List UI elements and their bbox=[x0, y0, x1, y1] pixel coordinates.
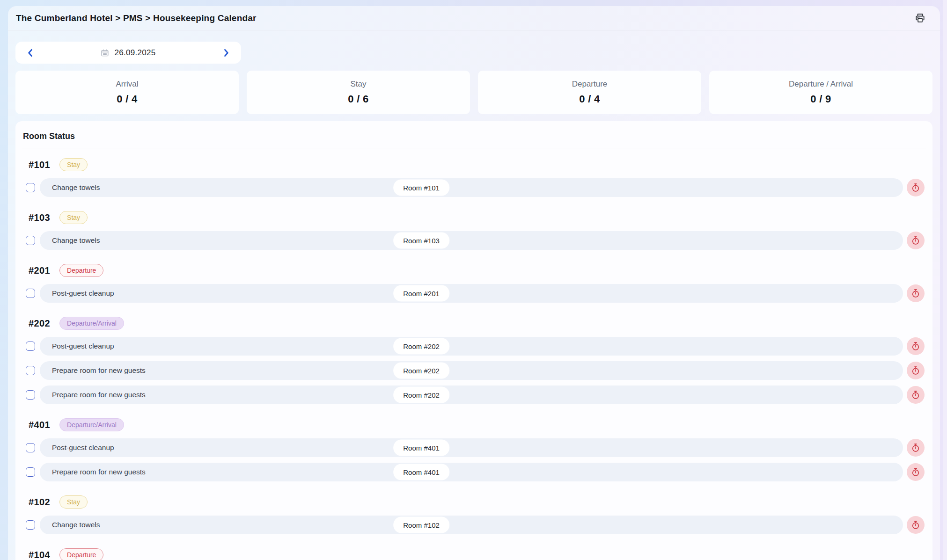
room-number: #101 bbox=[29, 160, 50, 170]
task-checkbox[interactable] bbox=[26, 183, 35, 192]
print-button[interactable] bbox=[912, 11, 928, 26]
room-section: #101StayChange towelsRoom #101 bbox=[15, 158, 932, 197]
room-status-card: Room Status #101StayChange towelsRoom #1… bbox=[15, 121, 932, 560]
timer-button[interactable] bbox=[907, 362, 925, 379]
stat-value: 0 / 9 bbox=[810, 93, 831, 105]
next-day-button[interactable] bbox=[219, 45, 234, 60]
room-pill: Room #202 bbox=[393, 387, 449, 403]
room-pill: Room #102 bbox=[393, 517, 449, 533]
task-row: Prepare room for new guestsRoom #401 bbox=[15, 463, 932, 481]
timer-button[interactable] bbox=[907, 179, 925, 196]
room-status-badge: Stay bbox=[59, 211, 88, 224]
task-label: Prepare room for new guests bbox=[52, 366, 146, 375]
stopwatch-icon bbox=[911, 366, 920, 375]
date-picker[interactable]: 26.09.2025 bbox=[101, 48, 155, 58]
task-bar: Change towelsRoom #103 bbox=[40, 231, 903, 250]
task-row: Post-guest cleanupRoom #201 bbox=[15, 284, 932, 303]
stat-label: Departure / Arrival bbox=[789, 80, 853, 89]
task-checkbox[interactable] bbox=[26, 467, 35, 477]
breadcrumb: The Cumberland Hotel > PMS > Housekeepin… bbox=[16, 13, 257, 23]
room-heading: #102Stay bbox=[29, 495, 932, 509]
task-row: Change towelsRoom #103 bbox=[15, 231, 932, 250]
room-number: #103 bbox=[29, 212, 50, 223]
stopwatch-icon bbox=[911, 236, 920, 245]
room-heading: #202Departure/Arrival bbox=[29, 317, 932, 330]
page-background: The Cumberland Hotel > PMS > Housekeepin… bbox=[0, 0, 947, 560]
chevron-right-icon bbox=[221, 48, 231, 58]
stopwatch-icon bbox=[911, 467, 920, 477]
task-label: Change towels bbox=[52, 183, 100, 192]
task-bar: Post-guest cleanupRoom #202 bbox=[40, 337, 903, 356]
room-pill: Room #202 bbox=[393, 338, 449, 355]
task-bar: Change towelsRoom #101 bbox=[40, 178, 903, 197]
room-status-badge: Stay bbox=[59, 158, 88, 171]
task-label: Post-guest cleanup bbox=[52, 289, 114, 298]
stopwatch-icon bbox=[911, 289, 920, 298]
room-status-title: Room Status bbox=[23, 131, 932, 141]
timer-button[interactable] bbox=[907, 463, 925, 481]
task-checkbox[interactable] bbox=[26, 342, 35, 351]
room-pill: Room #201 bbox=[393, 285, 449, 302]
task-label: Post-guest cleanup bbox=[52, 342, 114, 350]
stat-card-departure-arrival: Departure / Arrival 0 / 9 bbox=[709, 71, 932, 114]
stat-card-arrival: Arrival 0 / 4 bbox=[15, 71, 239, 114]
room-list: #101StayChange towelsRoom #101#103StayCh… bbox=[15, 158, 932, 560]
task-label: Prepare room for new guests bbox=[52, 468, 146, 476]
header-bar: The Cumberland Hotel > PMS > Housekeepin… bbox=[8, 6, 940, 30]
room-section: #103StayChange towelsRoom #103 bbox=[15, 211, 932, 250]
scrollbar-track[interactable] bbox=[943, 0, 947, 560]
task-checkbox[interactable] bbox=[26, 289, 35, 298]
room-status-badge: Departure bbox=[59, 264, 103, 277]
task-checkbox[interactable] bbox=[26, 390, 35, 400]
room-number: #102 bbox=[29, 497, 50, 508]
task-bar: Prepare room for new guestsRoom #202 bbox=[40, 385, 903, 404]
room-status-badge: Departure/Arrival bbox=[59, 418, 124, 431]
task-checkbox[interactable] bbox=[26, 443, 35, 452]
room-pill: Room #401 bbox=[393, 464, 449, 480]
task-row: Post-guest cleanupRoom #401 bbox=[15, 438, 932, 457]
task-checkbox[interactable] bbox=[26, 236, 35, 245]
task-bar: Post-guest cleanupRoom #401 bbox=[40, 438, 903, 457]
task-label: Prepare room for new guests bbox=[52, 391, 146, 399]
task-row: Change towelsRoom #102 bbox=[15, 516, 932, 534]
room-number: #401 bbox=[29, 420, 50, 430]
timer-button[interactable] bbox=[907, 284, 925, 302]
chevron-left-icon bbox=[26, 48, 35, 58]
stat-value: 0 / 6 bbox=[348, 93, 368, 105]
room-number: #104 bbox=[29, 550, 50, 560]
room-heading: #104Departure bbox=[29, 548, 932, 560]
timer-button[interactable] bbox=[907, 232, 925, 249]
timer-button[interactable] bbox=[907, 516, 925, 534]
room-section: #202Departure/ArrivalPost-guest cleanupR… bbox=[15, 317, 932, 404]
date-value: 26.09.2025 bbox=[114, 48, 155, 58]
stopwatch-icon bbox=[911, 443, 920, 452]
room-number: #202 bbox=[29, 318, 50, 329]
date-navigation: 26.09.2025 bbox=[15, 42, 241, 64]
room-pill: Room #101 bbox=[393, 180, 449, 196]
stopwatch-icon bbox=[911, 520, 920, 530]
room-pill: Room #401 bbox=[393, 440, 449, 456]
stat-label: Departure bbox=[572, 80, 608, 89]
task-bar: Prepare room for new guestsRoom #202 bbox=[40, 361, 903, 380]
task-label: Change towels bbox=[52, 236, 100, 245]
timer-button[interactable] bbox=[907, 439, 925, 457]
task-bar: Prepare room for new guestsRoom #401 bbox=[40, 463, 903, 481]
stopwatch-icon bbox=[911, 342, 920, 351]
timer-button[interactable] bbox=[907, 337, 925, 355]
room-section: #201DeparturePost-guest cleanupRoom #201 bbox=[15, 264, 932, 303]
room-heading: #101Stay bbox=[29, 158, 932, 171]
room-pill: Room #103 bbox=[393, 233, 449, 249]
room-section: #102StayChange towelsRoom #102 bbox=[15, 495, 932, 534]
room-heading: #103Stay bbox=[29, 211, 932, 224]
room-status-badge: Stay bbox=[59, 495, 88, 509]
divider bbox=[22, 148, 926, 148]
timer-button[interactable] bbox=[907, 386, 925, 404]
task-bar: Change towelsRoom #102 bbox=[40, 516, 903, 534]
stat-label: Stay bbox=[350, 80, 366, 89]
prev-day-button[interactable] bbox=[23, 45, 38, 60]
stopwatch-icon bbox=[911, 390, 920, 400]
task-row: Prepare room for new guestsRoom #202 bbox=[15, 361, 932, 380]
task-row: Prepare room for new guestsRoom #202 bbox=[15, 385, 932, 404]
task-checkbox[interactable] bbox=[26, 520, 35, 530]
task-checkbox[interactable] bbox=[26, 366, 35, 375]
